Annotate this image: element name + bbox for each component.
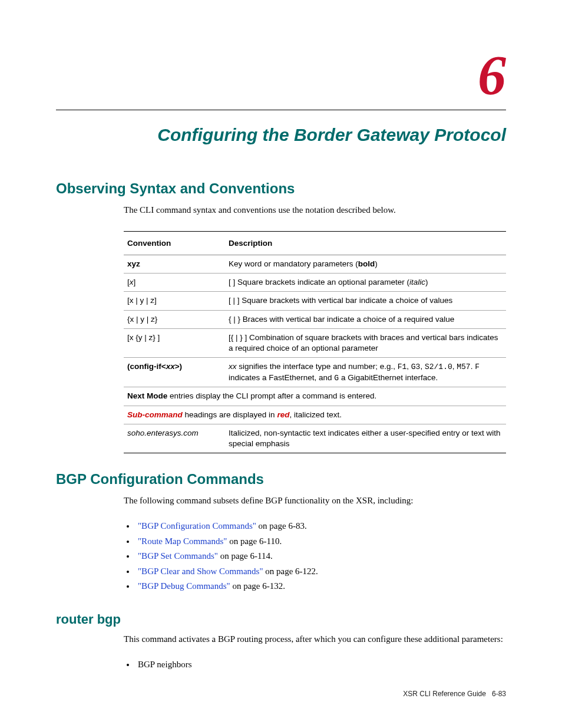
text-ital: x bbox=[130, 278, 134, 286]
text: [ ] Square brackets indicate an optional… bbox=[229, 278, 409, 286]
subsection-router-bgp: router bgp bbox=[56, 612, 506, 627]
text-bold: Next Mode bbox=[127, 391, 167, 400]
text-mono: S2/1.0 bbox=[425, 363, 452, 371]
bgp-commands-list: "BGP Configuration Commands" on page 6-8… bbox=[124, 519, 506, 594]
text: (config-if< bbox=[127, 362, 166, 371]
conv-combo: [x {y | z} ] bbox=[124, 328, 225, 357]
text-mono: F1 bbox=[398, 363, 407, 371]
desc-optional: [ ] Square brackets indicate an optional… bbox=[225, 274, 506, 292]
section-heading-bgp-commands: BGP Configuration Commands bbox=[56, 471, 506, 487]
footer-page: 6-83 bbox=[492, 690, 506, 698]
text-mono: M57 bbox=[457, 363, 470, 371]
row-nextmode: Next Mode entries display the CLI prompt… bbox=[124, 387, 506, 406]
list-item: "BGP Set Commands" on page 6-114. bbox=[135, 549, 506, 564]
conv-choice-required: {x | y | z} bbox=[124, 310, 225, 328]
table-row: soho.enterasys.com Italicized, non-synta… bbox=[124, 424, 506, 453]
text-ital: xx bbox=[229, 362, 237, 371]
text: , italicized text. bbox=[289, 410, 342, 419]
text-red-bold-ital: Sub-command bbox=[127, 410, 183, 419]
desc-choice-required: { | } Braces with vertical bar indicate … bbox=[225, 310, 506, 328]
router-bgp-params-list: BGP neighbors bbox=[124, 657, 506, 673]
link-bgp-config[interactable]: "BGP Configuration Commands" bbox=[138, 521, 256, 531]
th-convention: Convention bbox=[124, 232, 225, 255]
conv-xyz: xyz bbox=[127, 259, 140, 268]
text-bold: bold bbox=[358, 259, 375, 268]
desc-choice-optional: [ | ] Square brackets with vertical bar … bbox=[225, 292, 506, 310]
text: entries display the CLI prompt after a c… bbox=[167, 391, 376, 400]
chapter-number: 6 bbox=[56, 47, 506, 104]
text: ] bbox=[134, 278, 136, 286]
conventions-table: Convention Description xyz Key word or m… bbox=[124, 231, 506, 453]
text-ital: italic bbox=[409, 278, 425, 286]
table-row: xyz Key word or mandatory parameters (bo… bbox=[124, 255, 506, 274]
section-heading-syntax: Observing Syntax and Conventions bbox=[56, 180, 506, 197]
footer-guide: XSR CLI Reference Guide bbox=[403, 690, 486, 698]
text: >) bbox=[175, 362, 182, 371]
text-mono: G bbox=[334, 374, 339, 383]
text: on page 6-83. bbox=[256, 521, 307, 531]
table-row: [x] [ ] Square brackets indicate an opti… bbox=[124, 274, 506, 292]
text-mono: F bbox=[475, 363, 480, 371]
row-subcommand: Sub-command headings are displayed in re… bbox=[124, 406, 506, 424]
conv-optional: [x] bbox=[124, 274, 225, 292]
link-bgp-set[interactable]: "BGP Set Commands" bbox=[138, 551, 218, 561]
text: signifies the interface type and number;… bbox=[237, 362, 398, 371]
desc-combo: [{ | } ] Combination of square brackets … bbox=[225, 328, 506, 357]
link-bgp-clear-show[interactable]: "BGP Clear and Show Commands" bbox=[138, 566, 263, 576]
table-row: (config-if<xx>) xx signifies the interfa… bbox=[124, 358, 506, 387]
text: on page 6-122. bbox=[263, 566, 318, 576]
list-item: "BGP Debug Commands" on page 6-132. bbox=[135, 579, 506, 594]
text: a GigabitEthernet interface. bbox=[339, 373, 438, 382]
table-header-row: Convention Description bbox=[124, 232, 506, 255]
text: on page 6-114. bbox=[218, 551, 273, 561]
document-page: 6 Configuring the Border Gateway Protoco… bbox=[0, 0, 562, 722]
section-intro-bgp-commands: The following command subsets define BGP… bbox=[124, 495, 506, 507]
text: headings are displayed in bbox=[183, 410, 277, 419]
chapter-title: Configuring the Border Gateway Protocol bbox=[56, 125, 506, 145]
section-intro-syntax: The CLI command syntax and conventions u… bbox=[124, 204, 506, 216]
link-route-map[interactable]: "Route Map Commands" bbox=[138, 536, 227, 546]
table-row: {x | y | z} { | } Braces with vertical b… bbox=[124, 310, 506, 328]
text-red-bold-ital: red bbox=[277, 410, 289, 419]
desc-italics-entry: Italicized, non-syntactic text indicates… bbox=[225, 424, 506, 453]
chapter-rule bbox=[56, 110, 506, 110]
conv-italics-entry: soho.enterasys.com bbox=[124, 424, 225, 453]
table-row: Next Mode entries display the CLI prompt… bbox=[124, 387, 506, 406]
desc-xyz: Key word or mandatory parameters (bold) bbox=[225, 255, 506, 274]
table-row: [x | y | z] [ | ] Square brackets with v… bbox=[124, 292, 506, 310]
table-row: Sub-command headings are displayed in re… bbox=[124, 406, 506, 424]
list-item: BGP neighbors bbox=[135, 657, 506, 673]
text: on page 6-110. bbox=[227, 536, 282, 546]
text: indicates a FastEthernet, and bbox=[229, 373, 334, 382]
text: on page 6-132. bbox=[230, 581, 285, 591]
list-item: "Route Map Commands" on page 6-110. bbox=[135, 534, 506, 549]
text: ) bbox=[425, 278, 428, 286]
text: , bbox=[420, 362, 425, 371]
table-row: [x {y | z} ] [{ | } ] Combination of squ… bbox=[124, 328, 506, 357]
page-footer: XSR CLI Reference Guide 6-83 bbox=[56, 690, 506, 698]
list-item: "BGP Configuration Commands" on page 6-8… bbox=[135, 519, 506, 534]
text-mono: G3 bbox=[411, 363, 421, 371]
router-bgp-intro: This command activates a BGP routing pro… bbox=[124, 633, 506, 645]
text-ital: xx bbox=[166, 362, 175, 371]
link-bgp-debug[interactable]: "BGP Debug Commands" bbox=[138, 581, 230, 591]
list-item: "BGP Clear and Show Commands" on page 6-… bbox=[135, 564, 506, 579]
conv-config-if: (config-if<xx>) bbox=[124, 358, 225, 387]
text: Key word or mandatory parameters ( bbox=[229, 259, 358, 268]
text: ) bbox=[375, 259, 378, 268]
text: , bbox=[406, 362, 411, 371]
conv-choice-optional: [x | y | z] bbox=[124, 292, 225, 310]
desc-config-if: xx signifies the interface type and numb… bbox=[225, 358, 506, 387]
th-description: Description bbox=[225, 232, 506, 255]
